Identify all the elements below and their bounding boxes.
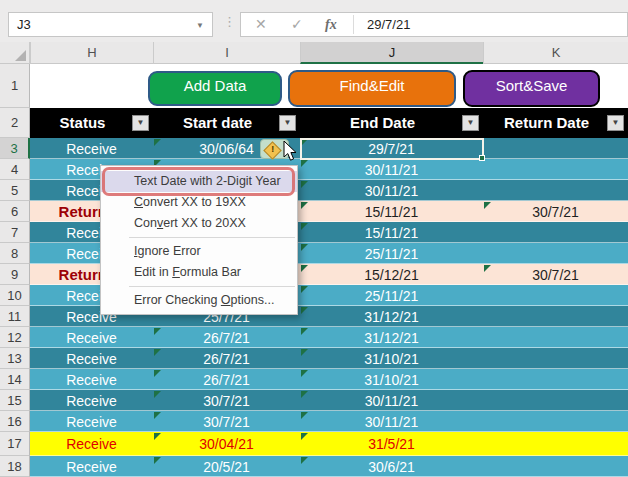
cell-start-date-14[interactable]: 26/7/21	[153, 369, 300, 389]
menu-item-convert-xx-to-19xx[interactable]: Convert XX to 19XX	[101, 192, 297, 213]
cell-start-date-15[interactable]: 30/7/21	[153, 390, 300, 410]
select-all-corner[interactable]	[0, 42, 30, 64]
cell-return-date-3[interactable]	[483, 138, 628, 158]
row-header-2[interactable]: 2	[0, 108, 30, 138]
cell-return-date-10[interactable]	[483, 285, 628, 305]
error-triangle-icon	[154, 139, 161, 146]
cell-end-date-16[interactable]: 30/11/21	[300, 411, 483, 431]
column-header-H[interactable]: H	[30, 42, 153, 64]
cell-status-18[interactable]: Receive	[30, 456, 153, 476]
row-header-17[interactable]: 17	[0, 432, 30, 456]
row-header-12[interactable]: 12	[0, 327, 30, 348]
cell-return-date-18[interactable]	[483, 456, 628, 476]
cell-return-date-9[interactable]: 30/7/21	[483, 264, 628, 284]
cell-end-date-4[interactable]: 30/11/21	[300, 159, 483, 179]
row-header-4[interactable]: 4	[0, 159, 30, 180]
cell-status-12[interactable]: Receive	[30, 327, 153, 347]
cell-return-date-11[interactable]	[483, 306, 628, 326]
column-header-I[interactable]: I	[153, 42, 300, 64]
menu-item-text-date-with-2-digit-year[interactable]: Text Date with 2-Digit Year	[101, 171, 297, 192]
toolbar-grip-icon: ⋮	[223, 14, 236, 29]
enter-icon[interactable]: ✓	[291, 13, 303, 36]
cell-return-date-13[interactable]	[483, 348, 628, 368]
formula-input[interactable]: 29/7/21	[367, 13, 410, 36]
insert-function-icon[interactable]: fx	[325, 13, 337, 36]
row-header-7[interactable]: 7	[0, 222, 30, 243]
cell-end-date-13[interactable]: 31/10/21	[300, 348, 483, 368]
cell-status-13[interactable]: Receive	[30, 348, 153, 368]
error-triangle-icon	[301, 433, 308, 440]
cell-end-date-8[interactable]: 25/11/21	[300, 243, 483, 263]
cell-end-date-12[interactable]: 31/12/21	[300, 327, 483, 347]
add-data-button[interactable]: Add Data	[148, 71, 282, 106]
cell-start-date-13[interactable]: 26/7/21	[153, 348, 300, 368]
cell-return-date-16[interactable]	[483, 411, 628, 431]
cell-return-date-15[interactable]	[483, 390, 628, 410]
cell-status-3[interactable]: Receive	[30, 138, 153, 158]
cell-status-16[interactable]: Receive	[30, 411, 153, 431]
cell-end-date-5[interactable]: 30/11/21	[300, 180, 483, 200]
cell-end-date-7[interactable]: 15/11/21	[300, 222, 483, 242]
cell-start-date-16[interactable]: 30/7/21	[153, 411, 300, 431]
error-triangle-icon	[301, 202, 308, 209]
filter-dropdown-status[interactable]: ▼	[132, 115, 149, 131]
sort-save-button[interactable]: Sort&Save	[463, 70, 600, 107]
cell-return-date-14[interactable]	[483, 369, 628, 389]
row-header-10[interactable]: 10	[0, 285, 30, 306]
row-header-16[interactable]: 16	[0, 411, 30, 432]
name-box-dropdown-icon[interactable]: ▼	[196, 21, 204, 30]
filter-dropdown-return-date[interactable]: ▼	[607, 115, 624, 131]
cell-return-date-7[interactable]	[483, 222, 628, 242]
row-header-14[interactable]: 14	[0, 369, 30, 390]
cell-end-date-15[interactable]: 30/11/21	[300, 390, 483, 410]
cancel-icon[interactable]: ✕	[255, 13, 267, 36]
column-header-J[interactable]: J	[300, 42, 483, 64]
menu-item-error-checking-options[interactable]: Error Checking Options...	[101, 290, 297, 311]
cell-end-date-11[interactable]: 31/12/21	[300, 306, 483, 326]
menu-item-convert-xx-to-20xx[interactable]: Convert XX to 20XX	[101, 213, 297, 234]
menu-item-ignore-error[interactable]: Ignore Error	[101, 241, 297, 262]
fill-handle[interactable]	[479, 155, 485, 161]
cell-end-date-14[interactable]: 31/10/21	[300, 369, 483, 389]
cell-return-date-6[interactable]: 30/7/21	[483, 201, 628, 221]
filter-dropdown-start-date[interactable]: ▼	[279, 115, 296, 131]
row-header-6[interactable]: 6	[0, 201, 30, 222]
row-header-1[interactable]: 1	[0, 64, 30, 108]
column-header-K[interactable]: K	[483, 42, 628, 64]
name-box[interactable]: J3	[8, 12, 213, 37]
cell-value: 30/11/21	[365, 183, 418, 199]
cell-return-date-17[interactable]	[483, 432, 628, 455]
error-triangle-icon	[154, 328, 161, 335]
cell-value: Receive	[66, 330, 117, 346]
row-header-8[interactable]: 8	[0, 243, 30, 264]
cell-end-date-10[interactable]: 25/11/21	[300, 285, 483, 305]
cell-start-date-12[interactable]: 26/7/21	[153, 327, 300, 347]
find-edit-button[interactable]: Find&Edit	[288, 70, 456, 107]
filter-dropdown-end-date[interactable]: ▼	[462, 115, 479, 131]
error-triangle-icon	[301, 160, 308, 167]
cell-end-date-17[interactable]: 31/5/21	[300, 432, 483, 455]
error-triangle-icon	[301, 370, 308, 377]
row-header-5[interactable]: 5	[0, 180, 30, 201]
row-header-18[interactable]: 18	[0, 456, 30, 477]
cell-return-date-8[interactable]	[483, 243, 628, 263]
formula-bar-divider	[353, 15, 354, 34]
row-header-11[interactable]: 11	[0, 306, 30, 327]
cell-status-14[interactable]: Receive	[30, 369, 153, 389]
row-header-9[interactable]: 9	[0, 264, 30, 285]
row-header-13[interactable]: 13	[0, 348, 30, 369]
row-header-3[interactable]: 3	[0, 138, 30, 159]
cell-status-15[interactable]: Receive	[30, 390, 153, 410]
menu-item-edit-in-formula-bar[interactable]: Edit in Formula Bar	[101, 262, 297, 283]
cell-start-date-17[interactable]: 30/04/21	[153, 432, 300, 455]
cell-return-date-5[interactable]	[483, 180, 628, 200]
formula-bar[interactable]: ✕ ✓ fx 29/7/21	[240, 12, 628, 37]
cell-end-date-6[interactable]: 15/11/21	[300, 201, 483, 221]
cell-return-date-4[interactable]	[483, 159, 628, 179]
cell-status-17[interactable]: Receive	[30, 432, 153, 455]
row-header-15[interactable]: 15	[0, 390, 30, 411]
cell-end-date-18[interactable]: 30/6/21	[300, 456, 483, 476]
cell-return-date-12[interactable]	[483, 327, 628, 347]
cell-start-date-18[interactable]: 20/5/21	[153, 456, 300, 476]
cell-end-date-9[interactable]: 15/12/21	[300, 264, 483, 284]
